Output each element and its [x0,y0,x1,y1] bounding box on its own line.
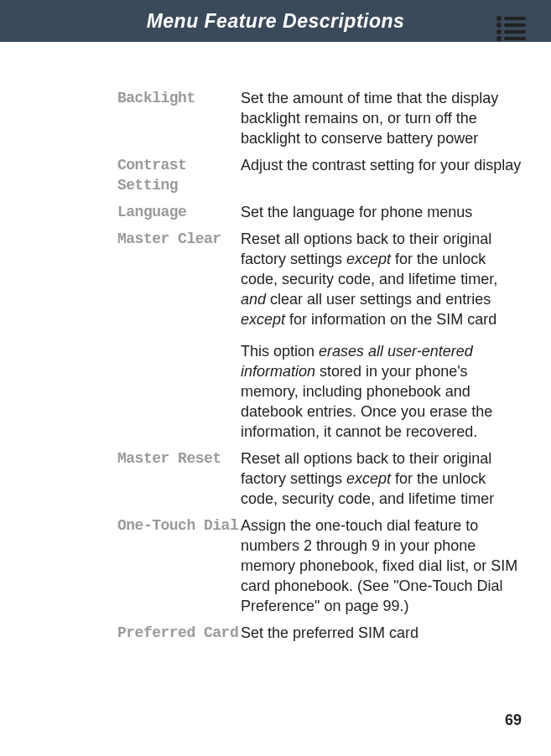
feature-description: Adjust the contrast setting for your dis… [241,155,522,195]
description-paragraph: Set the language for phone menus [241,202,522,222]
text-segment: except [346,470,391,487]
page-number: 69 [505,712,522,729]
feature-term: Language [117,202,241,222]
feature-term: Backlight [117,88,241,148]
definition-row: BacklightSet the amount of time that the… [117,88,522,148]
svg-rect-1 [504,17,526,20]
svg-point-0 [496,16,502,21]
feature-description: Set the preferred SIM card [241,623,522,643]
svg-rect-3 [504,23,526,27]
definition-row: Master ClearReset all options back to th… [117,229,522,442]
svg-point-2 [496,23,502,28]
text-segment: and [241,291,266,308]
feature-description: Set the amount of time that the display … [241,88,522,148]
description-paragraph: Set the preferred SIM card [241,623,522,643]
feature-description: Reset all options back to their original… [241,448,522,509]
svg-point-6 [496,36,502,41]
description-paragraph: Reset all options back to their original… [241,229,522,329]
text-segment: Set the preferred SIM card [241,624,418,641]
feature-term: Contrast Setting [117,155,241,195]
page-title: Menu Feature Descriptions [147,10,405,33]
description-paragraph: Set the amount of time that the display … [241,88,522,148]
description-paragraph: This option erases all user-entered info… [241,341,522,442]
feature-description: Reset all options back to their original… [241,229,522,442]
description-paragraph: Reset all options back to their original… [241,448,522,509]
text-segment: Adjust the contrast setting for your dis… [241,157,521,173]
svg-rect-5 [504,30,526,34]
text-segment: clear all user settings and entries [266,291,491,308]
text-segment: except [346,251,391,267]
feature-term: Master Reset [117,448,241,509]
description-paragraph: Assign the one-touch dial feature to num… [241,515,522,616]
header-bar: Menu Feature Descriptions [0,0,551,42]
svg-rect-7 [504,37,526,40]
definition-row: Master ResetReset all options back to th… [117,448,522,509]
definition-row: Contrast SettingAdjust the contrast sett… [117,155,522,195]
svg-point-4 [496,29,502,34]
text-segment: Set the language for phone menus [241,204,472,220]
feature-term: Master Clear [117,229,241,442]
list-icon [496,15,528,42]
text-segment: Set the amount of time that the display … [241,90,498,147]
text-segment: except [241,311,285,328]
definition-row: Preferred CardSet the preferred SIM card [117,623,522,643]
feature-description: Assign the one-touch dial feature to num… [241,515,522,616]
feature-term: One-Touch Dial [117,515,241,616]
text-segment: This option [241,343,319,360]
content-area: BacklightSet the amount of time that the… [0,42,551,666]
feature-description: Set the language for phone menus [241,202,522,222]
description-paragraph: Adjust the contrast setting for your dis… [241,155,522,175]
feature-term: Preferred Card [117,623,241,643]
definition-row: One-Touch DialAssign the one-touch dial … [117,515,522,616]
definition-row: LanguageSet the language for phone menus [117,202,522,222]
text-segment: for information on the SIM card [285,311,496,328]
text-segment: Assign the one-touch dial feature to num… [241,517,517,614]
